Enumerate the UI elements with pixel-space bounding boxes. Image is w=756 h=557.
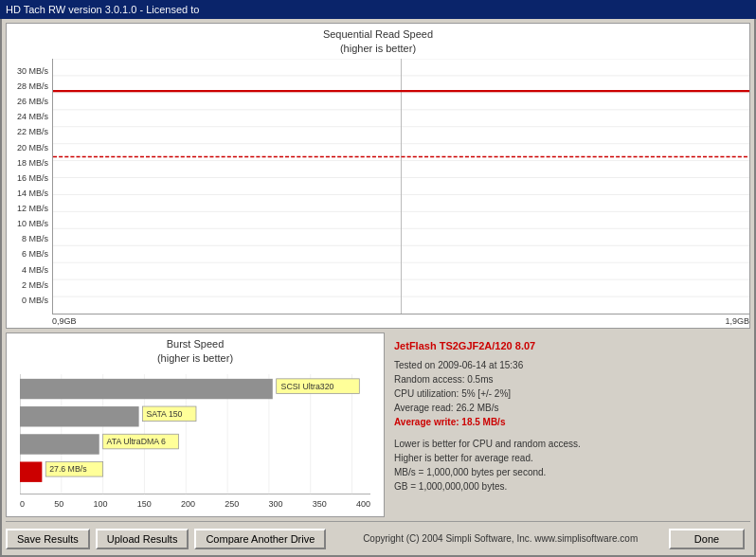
svg-rect-34 — [20, 434, 99, 454]
svg-rect-37 — [20, 461, 42, 481]
info-notes: Lower is better for CPU and random acces… — [394, 437, 745, 494]
x-label-09gb: 0,9GB — [52, 316, 77, 326]
save-results-button[interactable]: Save Results — [6, 529, 90, 549]
note3: MB/s = 1,000,000 bytes per second. — [394, 465, 745, 479]
y-label: 30 MB/s — [7, 61, 52, 76]
y-axis: 0 MB/s 2 MB/s 4 MB/s 6 MB/s 8 MB/s 10 MB… — [7, 59, 52, 314]
info-panel: JetFlash TS2GJF2A/120 8.07 Tested on 200… — [388, 332, 750, 517]
svg-text:27.6 MB/s: 27.6 MB/s — [49, 464, 87, 474]
seq-chart-container: Sequential Read Speed (higher is better)… — [6, 23, 750, 329]
seq-title-line1: Sequential Read Speed — [323, 28, 433, 40]
drive-name: JetFlash TS2GJF2A/120 8.07 — [394, 338, 745, 355]
main-container: Sequential Read Speed (higher is better)… — [0, 19, 756, 557]
tested-on: Tested on 2009-06-14 at 15:36 — [394, 358, 745, 372]
footer: Save Results Upload Results Compare Anot… — [6, 521, 750, 551]
y-label: 22 MB/s — [7, 121, 52, 136]
y-label: 12 MB/s — [7, 198, 52, 213]
y-label: 4 MB/s — [7, 259, 52, 274]
burst-chart-title: Burst Speed (higher is better) — [10, 337, 380, 367]
note2: Higher is better for average read. — [394, 451, 745, 465]
seq-chart-body: 0 MB/s 2 MB/s 4 MB/s 6 MB/s 8 MB/s 10 MB… — [7, 59, 749, 314]
title-bar: HD Tach RW version 3.0.1.0 - Licensed to — [0, 0, 756, 19]
title-text: HD Tach RW version 3.0.1.0 - Licensed to — [6, 4, 199, 15]
burst-chart-container: Burst Speed (higher is better) — [6, 332, 385, 517]
x-label-19gb: 1,9GB — [725, 316, 749, 326]
note1: Lower is better for CPU and random acces… — [394, 437, 745, 451]
y-label: 28 MB/s — [7, 76, 52, 91]
footer-copyright: Copyright (C) 2004 Simpli Software, Inc.… — [332, 533, 669, 544]
svg-rect-31 — [20, 406, 139, 426]
burst-bars-area: SCSI Ultra320 SATA 150 ATA UltraDMA 6 27… — [20, 372, 370, 495]
y-label: 16 MB/s — [7, 168, 52, 183]
done-button[interactable]: Done — [669, 529, 745, 549]
y-label: 0 MB/s — [7, 290, 52, 305]
burst-title-line1: Burst Speed — [167, 338, 225, 350]
avg-read: Average read: 26.2 MB/s — [394, 401, 745, 415]
svg-text:SCSI Ultra320: SCSI Ultra320 — [281, 381, 334, 390]
seq-chart-title: Sequential Read Speed (higher is better) — [7, 24, 749, 57]
seq-title-line2: (higher is better) — [340, 43, 416, 54]
random-access: Random access: 0.5ms — [394, 372, 745, 386]
svg-text:ATA UltraDMA 6: ATA UltraDMA 6 — [107, 437, 167, 446]
y-label: 26 MB/s — [7, 91, 52, 106]
y-label: 24 MB/s — [7, 106, 52, 121]
note4: GB = 1,000,000,000 bytes. — [394, 479, 745, 494]
svg-text:SATA 150: SATA 150 — [146, 408, 182, 418]
cpu-util: CPU utilization: 5% [+/- 2%] — [394, 386, 745, 401]
upload-results-button[interactable]: Upload Results — [96, 529, 189, 549]
bottom-section: Burst Speed (higher is better) — [6, 332, 750, 517]
burst-chart-svg: SCSI Ultra320 SATA 150 ATA UltraDMA 6 27… — [20, 372, 370, 514]
y-label: 20 MB/s — [7, 136, 52, 152]
y-label: 8 MB/s — [7, 228, 52, 243]
y-label: 6 MB/s — [7, 243, 52, 259]
y-label: 2 MB/s — [7, 275, 52, 290]
burst-title-line2: (higher is better) — [157, 352, 233, 364]
y-label: 10 MB/s — [7, 213, 52, 228]
avg-write: Average write: 18.5 MB/s — [394, 415, 745, 429]
seq-chart-svg — [53, 59, 749, 314]
x-axis-labels: 0,9GB 1,9GB — [52, 314, 749, 328]
compare-drive-button[interactable]: Compare Another Drive — [194, 529, 326, 549]
y-label: 14 MB/s — [7, 183, 52, 198]
chart-area — [52, 59, 749, 314]
svg-rect-28 — [20, 378, 273, 398]
y-label: 18 MB/s — [7, 153, 52, 168]
